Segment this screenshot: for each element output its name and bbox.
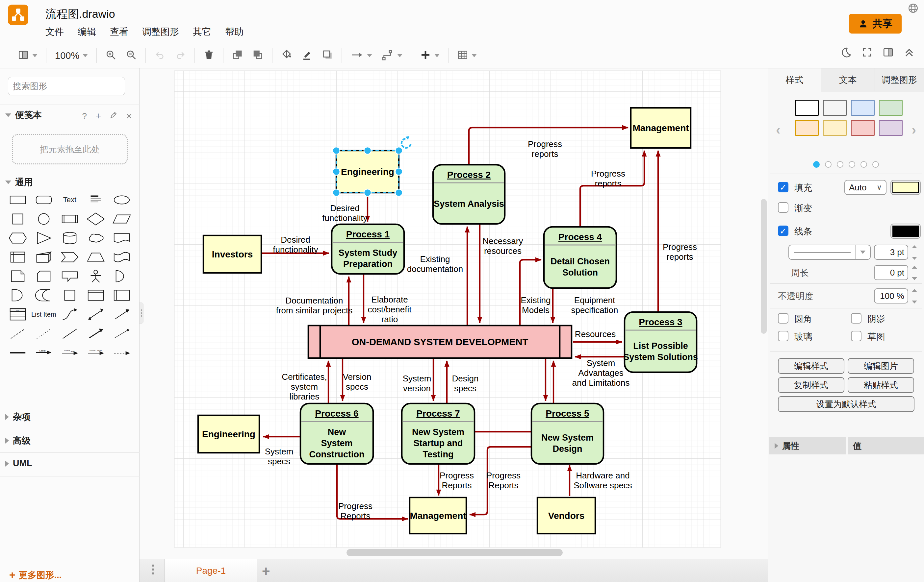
shape-or[interactable] [109, 269, 135, 283]
shape-bidirectional-arrow[interactable] [83, 307, 109, 322]
fill-color-swatch[interactable] [891, 180, 921, 195]
line-checkbox[interactable]: ✓ [778, 225, 789, 236]
gradient-checkbox[interactable] [778, 202, 789, 213]
waypoints-button[interactable] [381, 49, 403, 62]
node-on-demand-bar[interactable]: ON-DEMAND SYSTEM DEVELOPMENT [309, 326, 572, 358]
selection-handle[interactable] [364, 147, 371, 154]
shape-two-label-arrow[interactable]: SourceTarget [83, 345, 109, 360]
node-process-5[interactable]: Process 5New SystemDesign [531, 403, 604, 464]
edge-label[interactable]: Existing [420, 254, 450, 264]
edge-label[interactable]: Version [343, 372, 371, 382]
selection-handle[interactable] [395, 147, 403, 154]
shape-search[interactable] [8, 77, 125, 95]
node-investors[interactable]: Investors [203, 235, 261, 273]
add-page-button[interactable]: + [262, 563, 270, 579]
edge-label[interactable]: System [587, 358, 615, 368]
shape-ellipse[interactable] [109, 193, 135, 207]
pager-dot-5[interactable] [872, 161, 879, 168]
shape-square[interactable] [5, 212, 31, 226]
shape-document[interactable] [109, 231, 135, 245]
shape-line[interactable] [56, 326, 82, 341]
shape-actor[interactable] [83, 269, 109, 283]
tab-调整图形[interactable]: 调整图形 [875, 68, 924, 91]
shape-source-label-arrow[interactable]: SourceLabel [56, 345, 82, 360]
shape-cylinder[interactable] [56, 231, 82, 245]
to-back-button[interactable] [252, 49, 264, 62]
sidebar-section-UML[interactable]: UML [5, 459, 32, 469]
opacity-spinner[interactable] [910, 289, 919, 304]
format-panel-icon[interactable] [883, 47, 894, 59]
shape-card[interactable] [31, 269, 56, 283]
fill-checkbox[interactable]: ✓ [778, 182, 789, 192]
shape-process[interactable] [56, 212, 82, 226]
shape-thin-arrow[interactable] [109, 326, 135, 341]
shape-list[interactable]: List [5, 307, 31, 322]
shape-label-arrow[interactable]: Label [31, 345, 56, 360]
style-button-3[interactable]: 粘贴样式 [848, 377, 914, 393]
shape-step[interactable] [56, 250, 82, 265]
edge-label[interactable]: Documentation [285, 296, 343, 306]
shape-diamond[interactable] [83, 212, 109, 226]
edge-label[interactable]: reports [667, 252, 693, 262]
sidebar-collapse-handle[interactable] [140, 303, 144, 324]
shape-parallelogram[interactable] [109, 212, 135, 226]
edge-label[interactable]: Reports [488, 480, 518, 490]
shape-arrow[interactable] [109, 307, 135, 322]
properties-header[interactable]: 属性 [769, 437, 846, 454]
perimeter-spinner[interactable] [910, 266, 919, 280]
edge-label[interactable]: resources [484, 246, 521, 256]
style-button-1[interactable]: 编辑图片 [848, 358, 914, 374]
style-preset-4[interactable] [795, 120, 819, 136]
edge-label[interactable]: Design [452, 373, 479, 383]
style-preset-6[interactable] [851, 120, 874, 136]
shape-dotted-line[interactable] [31, 326, 56, 341]
node-process-7[interactable]: Process 7New SystemStartup andTesting [402, 403, 475, 464]
edge-label[interactable]: Models [522, 305, 549, 315]
node-process-6[interactable]: Process 6NewSystemConstruction [300, 403, 373, 464]
sidebar-section-杂项[interactable]: 杂项 [5, 411, 31, 423]
edge-label[interactable]: reports [595, 179, 622, 188]
set-default-style-button[interactable]: 设置为默认样式 [778, 396, 914, 412]
edge-label[interactable]: Elaborate [371, 294, 408, 304]
edge-label[interactable]: specs [454, 383, 477, 393]
selection-handle[interactable] [364, 189, 371, 196]
edge-label[interactable]: Progress [663, 242, 697, 252]
style-preset-2[interactable] [851, 100, 874, 116]
shape-heading[interactable] [83, 193, 109, 207]
pager-dot-1[interactable] [825, 161, 832, 168]
close-icon[interactable]: × [126, 110, 132, 122]
shape-trapezoid[interactable] [83, 250, 109, 265]
shape-circle[interactable] [31, 212, 56, 226]
style-preset-5[interactable] [823, 120, 846, 136]
line-style-select[interactable] [789, 245, 871, 260]
pager-dot-3[interactable] [849, 161, 855, 168]
connection-button[interactable] [350, 49, 372, 62]
edge-label[interactable]: Progress [591, 169, 625, 179]
shape-container-2[interactable] [109, 288, 135, 303]
edge-label[interactable]: Desired [330, 203, 360, 213]
node-management-bottom[interactable]: Management [410, 498, 466, 534]
flowchart-diagram[interactable]: EngineeringManagementInvestorsEngineerin… [140, 68, 768, 559]
menu-4[interactable]: 其它 [193, 26, 211, 38]
edit-icon[interactable] [110, 111, 117, 121]
toggle-玻璃[interactable] [778, 331, 789, 341]
edge-label[interactable]: Certificates, [282, 372, 327, 382]
edge-label[interactable]: Software specs [574, 480, 632, 490]
pager-dot-4[interactable] [860, 161, 867, 168]
collapse-icon[interactable] [904, 47, 915, 59]
selection-handle[interactable] [395, 168, 403, 175]
search-input[interactable] [13, 81, 123, 91]
edge-label[interactable]: Resources [575, 329, 615, 339]
edge-label[interactable]: Desired [280, 235, 310, 245]
general-shapes-section[interactable]: 通用 [5, 176, 33, 188]
edge-label[interactable]: functionality [322, 213, 367, 223]
share-button[interactable]: 共享 [849, 14, 902, 33]
sidebar-section-高级[interactable]: 高级 [5, 435, 31, 447]
edge-label[interactable]: Necessary [483, 236, 523, 246]
edge-label[interactable]: Hardware and [576, 470, 629, 480]
shape-note[interactable] [5, 269, 31, 283]
style-button-2[interactable]: 复制样式 [778, 377, 844, 393]
more-shapes-button[interactable]: +更多图形... [9, 569, 61, 581]
shape-rounded-rectangle[interactable] [31, 193, 56, 207]
shape-dashed-arrow[interactable] [109, 345, 135, 360]
